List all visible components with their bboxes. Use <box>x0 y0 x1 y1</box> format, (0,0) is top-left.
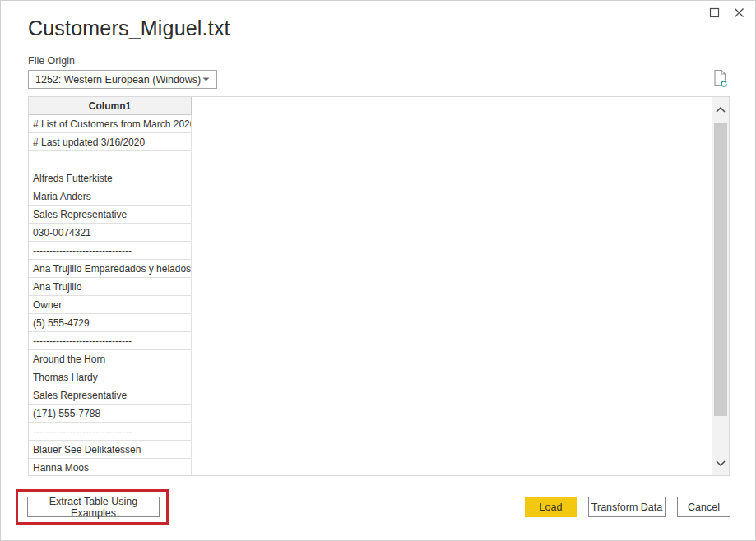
table-row: Ana Trujillo Emparedados y helados <box>29 260 192 278</box>
maximize-button[interactable] <box>707 5 721 20</box>
column-header[interactable]: Column1 <box>29 97 192 115</box>
close-button[interactable] <box>731 5 746 20</box>
table-row: # List of Customers from March 2020 <box>29 115 192 133</box>
table-cell: # Last updated 3/16/2020 <box>29 133 192 151</box>
table-row: Thomas Hardy <box>29 368 192 386</box>
table-row: 030-0074321 <box>29 224 192 242</box>
refresh-preview-icon <box>712 69 729 89</box>
table-cell: Blauer See Delikatessen <box>29 441 192 459</box>
table-row: Sales Representative <box>29 206 192 224</box>
scrollbar-thumb[interactable] <box>714 123 727 416</box>
table-cell: Around the Horn <box>29 350 192 368</box>
preview-pane: Column1 # List of Customers from March 2… <box>28 96 730 476</box>
table-cell: Alfreds Futterkiste <box>29 169 192 187</box>
table-row: ------------------------------ <box>29 242 192 260</box>
extract-table-button[interactable]: Extract Table Using Examples <box>27 497 160 517</box>
table-cell: Maria Anders <box>29 187 192 206</box>
table-row: Around the Horn <box>29 350 192 368</box>
table-cell: # List of Customers from March 2020 <box>29 115 192 133</box>
table-cell: Ana Trujillo Emparedados y helados <box>29 260 192 278</box>
preview-table-body: # List of Customers from March 2020# Las… <box>29 115 192 477</box>
transform-data-button[interactable]: Transform Data <box>588 497 666 517</box>
vertical-scrollbar[interactable] <box>712 97 729 475</box>
maximize-icon <box>709 7 720 18</box>
table-cell: Owner <box>29 296 192 314</box>
table-row: # Last updated 3/16/2020 <box>29 133 192 151</box>
table-cell <box>29 151 192 169</box>
table-row: Maria Anders <box>29 187 192 206</box>
table-cell: Hanna Moos <box>29 459 192 477</box>
preview-table: Column1 # List of Customers from March 2… <box>28 96 192 476</box>
table-cell: Ana Trujillo <box>29 278 192 296</box>
dropdown-arrow-icon <box>202 77 210 81</box>
table-row: ------------------------------ <box>29 423 192 441</box>
table-row: Sales Representative <box>29 386 192 405</box>
dialog-title: Customers_Miguel.txt <box>28 16 230 40</box>
import-dialog: Customers_Miguel.txt File Origin 1252: W… <box>0 0 756 541</box>
cancel-button[interactable]: Cancel <box>677 497 730 517</box>
table-cell: (171) 555-7788 <box>29 405 192 423</box>
table-cell: Sales Representative <box>29 206 192 224</box>
scroll-up-icon <box>716 107 726 113</box>
table-row: (171) 555-7788 <box>29 405 192 423</box>
table-row <box>29 151 192 169</box>
scroll-down-icon <box>716 460 726 466</box>
refresh-preview-button[interactable] <box>712 69 729 89</box>
table-cell: ------------------------------ <box>29 423 192 441</box>
load-button[interactable]: Load <box>525 497 577 517</box>
table-row: Hanna Moos <box>29 459 192 477</box>
table-cell: Sales Representative <box>29 386 192 405</box>
table-cell: ------------------------------ <box>29 332 192 350</box>
file-origin-value: 1252: Western European (Windows) <box>35 74 201 86</box>
table-row: Blauer See Delikatessen <box>29 441 192 459</box>
table-row: ------------------------------ <box>29 332 192 350</box>
close-icon <box>734 7 744 18</box>
scroll-down-button[interactable] <box>712 454 729 472</box>
table-row: (5) 555-4729 <box>29 314 192 332</box>
table-row: Alfreds Futterkiste <box>29 169 192 187</box>
scroll-up-button[interactable] <box>712 100 729 118</box>
table-row: Owner <box>29 296 192 314</box>
table-row: Ana Trujillo <box>29 278 192 296</box>
file-origin-label: File Origin <box>28 55 75 67</box>
table-cell: (5) 555-4729 <box>29 314 192 332</box>
file-origin-dropdown[interactable]: 1252: Western European (Windows) <box>28 70 217 89</box>
table-cell: 030-0074321 <box>29 224 192 242</box>
table-cell: ------------------------------ <box>29 242 192 260</box>
table-cell: Thomas Hardy <box>29 368 192 386</box>
